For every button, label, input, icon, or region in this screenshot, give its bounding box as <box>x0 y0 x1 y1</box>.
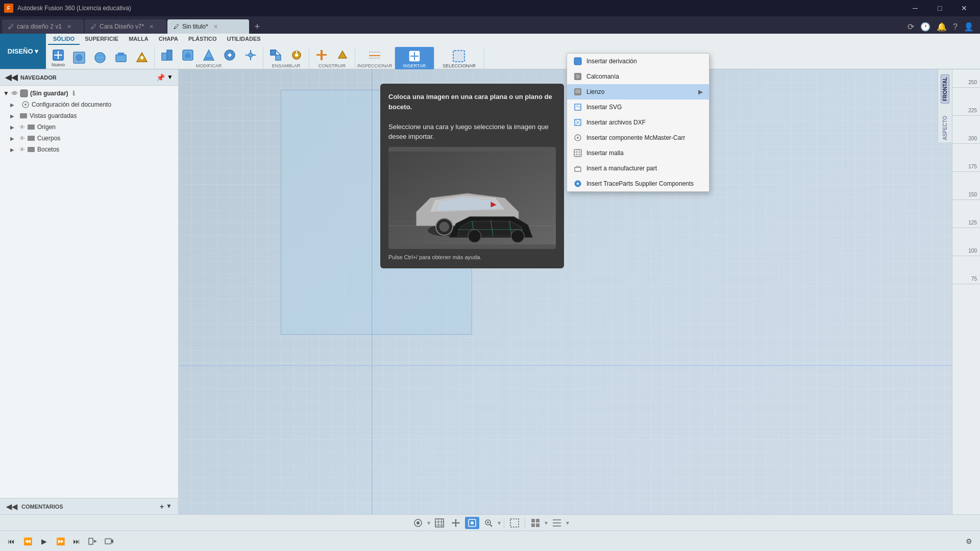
design-dropdown-button[interactable]: DISEÑO ▾ <box>0 34 46 69</box>
nav-item-config[interactable]: ▶ Configuración del documento <box>0 99 178 110</box>
navigator-collapse-btn[interactable]: ◀◀ <box>5 72 17 82</box>
dropdown-item-manufacturer[interactable]: Insert a manufacturer part <box>567 161 709 176</box>
main-area: ◀◀ NAVEGADOR 📌 ▼ ▼ 👁 (Sin guardar) ℹ ▶ C <box>0 69 980 514</box>
nav-eye-cuerpos[interactable]: 👁 <box>19 135 25 141</box>
playback-next-btn[interactable]: ⏩ <box>54 535 66 547</box>
tab-close-btn[interactable]: ✕ <box>67 23 71 30</box>
minimize-button[interactable]: ─ <box>903 0 927 16</box>
modificar-tool-4[interactable] <box>219 47 240 63</box>
close-button[interactable]: ✕ <box>952 0 976 16</box>
modificar-tool-5[interactable] <box>240 47 261 63</box>
ensamblar-tool-1[interactable] <box>265 47 286 63</box>
notification-btn[interactable]: 🔔 <box>935 20 949 34</box>
modificar-tool-2[interactable] <box>178 47 198 63</box>
playback-mark-btn[interactable] <box>87 535 99 547</box>
tab-sin-titulo[interactable]: 🖊 Sin titulo* ✕ <box>167 19 249 34</box>
nav-item-cuerpos[interactable]: ▶ 👁 Cuerpos <box>0 133 178 144</box>
navigator-expand-btn[interactable]: ▼ <box>167 73 173 82</box>
grid-btn[interactable] <box>432 517 447 529</box>
playback-first-btn[interactable]: ⏮ <box>5 535 17 547</box>
bottom-toolbar: ▾ ▾ ▾ ▾ <box>0 514 980 531</box>
pan-btn[interactable] <box>449 517 463 529</box>
nav-eye-root[interactable]: 👁 <box>11 90 18 97</box>
app-title: Autodesk Fusion 360 (Licencia educativa) <box>17 5 899 12</box>
nav-label-vistas: Vistas guardadas <box>30 112 77 119</box>
crear-tool-1[interactable]: Nuevo <box>48 47 68 68</box>
dropdown-item-dxf[interactable]: Insertar archivos DXF <box>567 115 709 130</box>
nav-item-vistas[interactable]: ▶ Vistas guardadas <box>0 110 178 121</box>
dropdown-item-malla[interactable]: Insertar malla <box>567 145 709 161</box>
manufacturer-icon <box>573 164 582 173</box>
tooltip-title-line1: Coloca una imagen en una cara plana o un… <box>388 93 552 111</box>
help-btn[interactable]: ? <box>951 20 960 34</box>
tab-actions: ⟳ 🕐 🔔 ? 👤 <box>905 20 976 34</box>
tab-close-btn-3[interactable]: ✕ <box>213 23 218 30</box>
ribbon-tab-chapa[interactable]: CHAPA <box>154 34 183 45</box>
svg-rect-43 <box>28 147 35 152</box>
comments-expand-btn[interactable]: ▼ <box>166 503 172 511</box>
dropdown-item-calcomania[interactable]: Calcomanía <box>567 69 709 84</box>
dropdown-item-svg[interactable]: Insertar SVG <box>567 99 709 115</box>
navigator-header: ◀◀ NAVEGADOR 📌 ▼ <box>0 69 178 86</box>
ribbon-tab-malla[interactable]: MALLA <box>124 34 154 45</box>
ribbon-tab-solido[interactable]: SÓLIDO <box>48 34 80 45</box>
svg-rect-36 <box>453 51 464 62</box>
dropdown-item-traceparts[interactable]: Insert TraceParts Supplier Components <box>567 176 709 191</box>
crear-tool-3[interactable] <box>90 49 110 66</box>
nav-eye-bocetos[interactable]: 👁 <box>19 146 25 153</box>
maximize-button[interactable]: □ <box>928 0 951 16</box>
frame-btn[interactable] <box>507 517 522 529</box>
insertar-button[interactable]: INSERTAR <box>397 47 432 70</box>
svg-point-18 <box>249 53 253 57</box>
nav-eye-origen[interactable]: 👁 <box>19 124 25 130</box>
crear-tool-4[interactable] <box>111 49 131 66</box>
ribbon-tab-utilidades[interactable]: UTILIDADES <box>222 34 266 45</box>
modificar-tool-1[interactable] <box>157 47 177 63</box>
nav-item-bocetos[interactable]: ▶ 👁 Bocetos <box>0 144 178 155</box>
scale-75: 75 <box>971 276 977 282</box>
select-mode-btn[interactable] <box>465 517 479 529</box>
svg-point-5 <box>95 53 105 63</box>
aspecto-label[interactable]: ASPECTO <box>941 114 949 142</box>
svg-rect-41 <box>28 124 35 130</box>
dropdown-item-mcmaster[interactable]: Insertar componente McMaster-Carr <box>567 130 709 145</box>
grid-display-btn[interactable] <box>528 517 543 529</box>
new-tab-button[interactable]: + <box>250 19 264 34</box>
playback-settings-btn[interactable]: ⚙ <box>963 535 975 547</box>
inspeccionar-tool-1[interactable] <box>364 47 385 63</box>
crear-tool-5[interactable] <box>132 49 152 66</box>
dropdown-item-derivacion[interactable]: Insertar derivación <box>567 54 709 69</box>
tab-cara-diseno-v7[interactable]: 🖊 Cara Diseño v7* ✕ <box>85 19 166 34</box>
ensamblar-tool-2[interactable] <box>286 47 307 63</box>
navigator-pin-btn[interactable]: 📌 <box>156 73 165 82</box>
nav-item-origen[interactable]: ▶ 👁 Origen <box>0 121 178 133</box>
dropdown-item-lienzo[interactable]: Lienzo ▶ <box>567 84 709 99</box>
tab-cara-diseno-2[interactable]: 🖊 cara diseño 2 v1 ✕ <box>2 19 84 34</box>
view-btn[interactable] <box>550 517 564 529</box>
refresh-btn[interactable]: ⟳ <box>905 20 916 34</box>
construir-tool-1[interactable] <box>311 47 332 63</box>
snap-btn[interactable] <box>411 517 425 529</box>
playback-prev-btn[interactable]: ⏪ <box>21 535 34 547</box>
ribbon-tab-plastico[interactable]: PLÁSTICO <box>183 34 222 45</box>
scale-125: 125 <box>968 220 977 226</box>
frontal-label[interactable]: FRONTAL <box>941 74 949 104</box>
tab-close-btn-2[interactable]: ✕ <box>149 23 154 30</box>
crear-tool-2[interactable] <box>69 49 89 66</box>
comments-add-btn[interactable]: + <box>160 503 164 511</box>
nav-info-btn[interactable]: ℹ <box>72 90 75 97</box>
zoom-btn[interactable] <box>481 517 496 529</box>
collapse-left-btn[interactable]: ◀◀ <box>6 503 17 511</box>
ribbon-tab-superficie[interactable]: SUPERFICIE <box>80 34 124 45</box>
seleccionar-button[interactable]: SELECCIONAR <box>436 47 482 70</box>
svg-marker-71 <box>458 522 460 524</box>
clock-btn[interactable]: 🕐 <box>918 20 933 34</box>
svg-point-73 <box>471 521 474 524</box>
user-btn[interactable]: 👤 <box>962 20 976 34</box>
playback-play-btn[interactable]: ▶ <box>38 535 50 547</box>
playback-last-btn[interactable]: ⏭ <box>70 535 83 547</box>
nav-item-root[interactable]: ▼ 👁 (Sin guardar) ℹ <box>0 88 178 99</box>
construir-tool-2[interactable] <box>332 47 353 63</box>
playback-camera-btn[interactable] <box>103 535 115 547</box>
modificar-tool-3[interactable] <box>199 47 219 63</box>
